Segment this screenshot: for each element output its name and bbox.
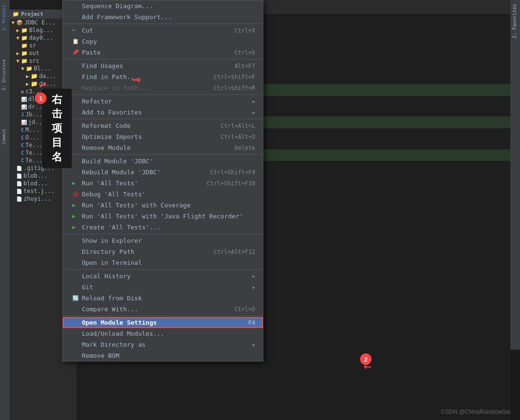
separator-2 <box>63 59 263 59</box>
attribution: CSDN @ChinaRainbowSea <box>441 409 512 415</box>
folder-icon: ▶ <box>26 73 29 79</box>
menu-icon-run-tests: ▶ <box>72 180 80 186</box>
separator-1 <box>63 23 263 24</box>
tree-label: Te... <box>25 149 43 156</box>
red-arrow-2: ← <box>363 358 372 374</box>
folder-icon: ▼ <box>11 20 15 26</box>
tree-label: Bl... <box>34 65 51 72</box>
folder-icon: ▶ <box>16 27 20 34</box>
menu-item-cut[interactable]: ✂ Cut Ctrl+X <box>63 25 263 36</box>
java-icon3: C <box>21 135 24 140</box>
menu-item-reload-from-disk[interactable]: 🔄 Reload from Disk <box>63 293 263 304</box>
menu-item-load-unload-modules[interactable]: Load/Unload Modules... <box>63 328 263 339</box>
separator-3 <box>63 94 263 95</box>
menu-item-create-all-tests[interactable]: ▶ Create 'All Tests'... <box>63 222 263 233</box>
java-icon5: C <box>21 150 24 156</box>
menu-icon-debug: 🐞 <box>72 191 80 197</box>
menu-item-copy[interactable]: 📋 Copy <box>63 36 263 47</box>
file-icon3: 📄 <box>16 181 22 186</box>
tree-label: test.j... <box>23 188 55 194</box>
menu-item-open-in-terminal[interactable]: Open in Terminal <box>63 257 263 268</box>
folder-icon6: 📁 <box>21 58 28 64</box>
jar-icon3: 📊 <box>21 120 27 125</box>
separator-8 <box>63 316 263 316</box>
separator-5 <box>63 154 263 155</box>
module-icon: 📦 <box>16 20 23 26</box>
attribution-text: CSDN @ChinaRainbowSea <box>441 409 512 415</box>
menu-item-run-flight-recorder[interactable]: ▶ Run 'All Tests' with 'Java Flight Reco… <box>63 211 263 222</box>
java-icon: J <box>21 112 24 117</box>
menu-item-add-favorites[interactable]: Add to Favorites <box>63 107 263 118</box>
menu-item-find-usages[interactable]: Find Usages Alt+F7 <box>63 60 263 71</box>
favorites-tab[interactable]: 2: Favorites <box>510 0 519 42</box>
menu-icon-paste: 📌 <box>72 49 80 56</box>
folder-icon5: 📁 <box>21 50 28 57</box>
folder-icon2: 📁 <box>21 27 28 34</box>
folder-icon: ▼ <box>16 58 20 64</box>
folder-icon: ▶ <box>16 50 20 57</box>
tree-label: sr <box>29 42 36 49</box>
tab-commit[interactable]: Commit <box>0 124 10 149</box>
menu-item-local-history[interactable]: Local History <box>63 271 263 282</box>
menu-item-debug-all-tests[interactable]: 🐞 Debug 'All Tests' <box>63 189 263 200</box>
menu-item-reformat[interactable]: Reformat Code Ctrl+Alt+L <box>63 120 263 131</box>
jar-icon2: 📊 <box>21 104 27 110</box>
java-icon4: C <box>21 143 24 148</box>
properties-icon: ⚙ <box>21 89 24 94</box>
file-icon4: 📄 <box>16 189 22 194</box>
annotation-bubble-1: 右击项目名 <box>42 89 72 168</box>
tree-label: blod... <box>23 180 48 187</box>
menu-item-build-module[interactable]: Build Module 'JDBC' <box>63 156 263 167</box>
menu-item-remove-bom[interactable]: Remove BOM <box>63 350 263 361</box>
menu-item-open-module-settings[interactable]: Open Module Settings F4 <box>63 317 263 328</box>
menu-item-optimize-imports[interactable]: Optimize Imports Ctrl+Alt+O <box>63 131 263 142</box>
menu-item-run-all-tests[interactable]: ▶ Run 'All Tests' Ctrl+Shift+F10 <box>63 178 263 189</box>
java-icon2: C <box>21 127 24 133</box>
menu-icon-flight-recorder: ▶ <box>72 213 80 219</box>
folder-icon: ▼ <box>21 66 24 72</box>
annotation-text-1: 右击项目名 <box>52 93 62 163</box>
menu-item-run-coverage[interactable]: ▶ Run 'All Tests' with Coverage <box>63 200 263 211</box>
java-icon6: C <box>21 158 24 163</box>
ide-container: 1: Project Z: Structure Commit 📁 Project… <box>0 0 520 420</box>
folder-icon3: 📁 <box>21 35 28 41</box>
file-icon5: 📄 <box>16 196 22 202</box>
menu-icon-copy: 📋 <box>72 38 80 45</box>
menu-item-git[interactable]: Git <box>63 282 263 293</box>
project-icon: 📁 <box>12 11 19 17</box>
context-menu[interactable]: Sequence Diagram... Add Framework Suppor… <box>62 0 263 362</box>
folder-icon: ▼ <box>16 35 20 41</box>
folder-icon: ▶ <box>26 81 29 87</box>
menu-item-show-in-explorer[interactable]: Show in Explorer <box>63 235 263 246</box>
menu-icon-reload: 🔄 <box>72 295 80 301</box>
tree-label: O... <box>25 134 39 141</box>
tree-label: zhuyi... <box>23 195 51 202</box>
menu-item-compare-with[interactable]: Compare With... Ctrl+D <box>63 304 263 315</box>
menu-item-replace-in-path[interactable]: Replace in Path... Ctrl+Shift+R <box>63 82 263 93</box>
menu-item-sequence-diagram[interactable]: Sequence Diagram... <box>63 0 263 11</box>
menu-item-mark-directory-as[interactable]: Mark Directory as <box>63 339 263 350</box>
menu-icon-coverage: ▶ <box>72 202 80 208</box>
separator-6 <box>63 234 263 234</box>
menu-icon-create-tests: ▶ <box>72 224 80 230</box>
separator-7 <box>63 269 263 270</box>
menu-item-add-framework[interactable]: Add Framework Support... <box>63 11 263 23</box>
tab-project[interactable]: 1: Project <box>0 0 10 35</box>
menu-item-remove-module[interactable]: Remove Module Delete <box>63 142 263 153</box>
menu-item-find-in-path[interactable]: Find in Path... Ctrl+Shift+F <box>63 71 263 82</box>
tree-label: M... <box>25 126 39 133</box>
menu-item-refactor[interactable]: Refactor <box>63 96 263 107</box>
separator-4 <box>63 119 263 119</box>
annotation-bubble-2: 选择打开模块设置 <box>510 350 520 420</box>
tree-label: src <box>29 57 40 64</box>
menu-item-directory-path[interactable]: Directory Path Ctrl+Alt+F12 <box>63 246 263 257</box>
menu-icon-cut: ✂ <box>72 27 80 34</box>
jar-icon: 📊 <box>21 97 27 102</box>
tree-label: day0... <box>29 34 54 41</box>
tree-label: Te... <box>25 142 43 148</box>
file-icon: 📄 <box>16 166 22 171</box>
tab-structure[interactable]: Z: Structure <box>0 55 10 95</box>
menu-item-paste[interactable]: 📌 Paste Ctrl+V <box>63 47 263 58</box>
folder-icon7: 📁 <box>26 66 33 72</box>
menu-item-rebuild-module[interactable]: Rebuild Module 'JDBC' Ctrl+Shift+F9 <box>63 167 263 178</box>
